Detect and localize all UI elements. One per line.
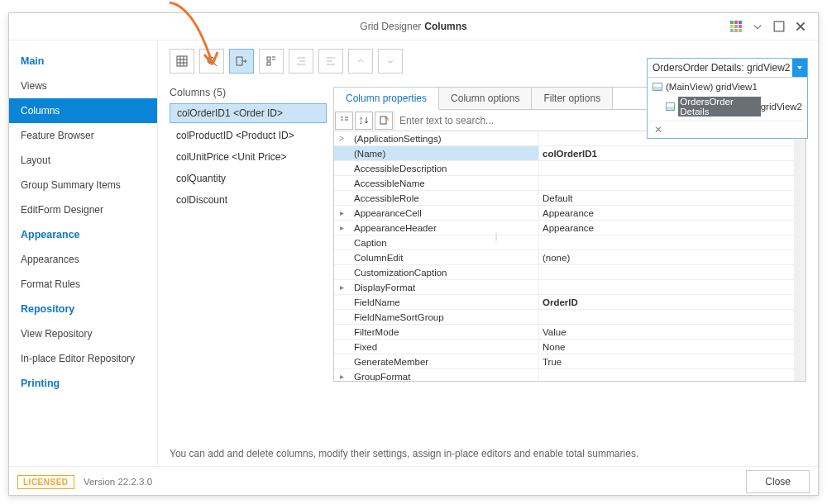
property-label: CustomizationCaption [334,265,539,279]
sidebar-section-main: Main [9,49,157,74]
property-value[interactable]: Appearance [539,206,794,220]
sidebar-item-layout[interactable]: Layout [9,148,157,173]
maximize-icon[interactable] [768,16,790,37]
property-label: GroupFormat▸ [334,369,539,381]
close-button[interactable]: Close [746,470,810,493]
property-value[interactable] [539,161,794,175]
column-item[interactable]: colQuantity [170,169,327,188]
sort-categorized-icon[interactable] [335,112,353,130]
help-text: You can add and delete columns, modify t… [170,448,638,459]
property-value[interactable]: None [539,340,794,354]
tool-down-icon[interactable] [378,49,403,74]
property-row[interactable]: (Name)colOrderID1 [334,146,794,161]
property-value[interactable]: OrderID [539,295,794,309]
sidebar-section-printing: Printing [9,371,157,396]
view-dropdown-close-icon[interactable]: ✕ [648,121,807,138]
close-icon[interactable] [790,16,811,37]
view-dropdown-list: (MainView) gridView1OrdersOrder Details … [648,77,807,121]
sidebar-item-views[interactable]: Views [9,74,157,98]
title-prefix: Grid Designer [360,21,421,32]
property-label: AppearanceCell▸ [334,206,539,220]
tool-retrieve-icon[interactable] [229,49,254,74]
view-dropdown-button[interactable] [792,59,807,77]
property-row[interactable]: ColumnEdit(none) [334,250,794,265]
property-label: GenerateMember [334,354,539,368]
view-dropdown-item[interactable]: (MainView) gridView1 [648,79,807,94]
property-label: AccessibleName [334,176,539,190]
property-row[interactable]: FilterModeValue [334,325,794,340]
property-value[interactable] [539,369,794,381]
property-row[interactable]: AppearanceCell▸Appearance [334,206,794,221]
property-row[interactable]: FixedNone [334,340,794,354]
property-label: Caption [334,235,539,250]
sidebar-item-format-rules[interactable]: Format Rules [9,272,157,297]
tool-outdent-icon[interactable] [318,49,343,74]
sidebar-item-in-place-editor-repository[interactable]: In-place Editor Repository [9,346,157,371]
property-row[interactable]: GenerateMemberTrue [334,354,794,369]
svg-rect-25 [380,116,386,124]
property-value[interactable] [539,280,794,294]
property-grid[interactable]: (ApplicationSettings)>(Name)colOrderID1A… [334,131,805,381]
sidebar-item-appearances[interactable]: Appearances [9,247,157,272]
tab-filter-options[interactable]: Filter options [532,88,613,109]
palette-chevron-icon[interactable] [747,16,768,37]
tool-up-icon[interactable] [348,49,373,74]
property-value[interactable] [539,235,794,250]
property-row[interactable]: AccessibleDescription [334,161,794,176]
property-value[interactable]: colOrderID1 [539,146,794,160]
property-value[interactable] [539,176,794,190]
property-value[interactable] [539,310,794,324]
palette-icon[interactable] [725,16,747,37]
sidebar-item-feature-browser[interactable]: Feature Browser [9,123,157,148]
property-label: Fixed [334,340,539,354]
expand-icon[interactable]: ▸ [337,223,346,232]
tool-search-icon[interactable] [199,49,224,74]
column-item[interactable]: colUnitPrice <Unit Price> [170,148,327,166]
property-value[interactable] [539,265,794,279]
expand-icon[interactable]: > [337,134,346,143]
sidebar-item-view-repository[interactable]: View Repository [9,321,157,346]
property-row[interactable]: AccessibleName [334,176,794,191]
property-value[interactable]: Appearance [539,221,794,235]
column-item[interactable]: colDiscount [170,191,327,209]
property-row[interactable]: GroupFormat▸ [334,369,794,381]
titlebar: Grid Designer Columns [9,13,818,40]
sidebar-item-columns[interactable]: Columns [9,98,157,123]
footer: LICENSED Version 22.2.3.0 Close [9,466,818,496]
splitter[interactable]: ⋮⋮⋮⋮ [493,234,498,283]
property-value[interactable]: Value [539,325,794,339]
tab-column-properties[interactable]: Column properties [334,88,439,110]
property-value[interactable]: Default [539,191,794,205]
view-dropdown-item[interactable]: OrdersOrder Details gridView2 [648,94,807,119]
sort-alpha-icon[interactable]: AZ [355,112,373,130]
property-value[interactable]: (none) [539,250,794,264]
designer-window: Grid Designer Columns MainViewsColumnsFe… [8,12,819,496]
sidebar-item-editform-designer[interactable]: EditForm Designer [9,197,157,222]
property-label: FieldName [334,295,539,309]
property-row[interactable]: Caption [334,235,794,250]
property-row[interactable]: CustomizationCaption [334,265,794,280]
svg-point-6 [208,57,214,64]
column-item[interactable]: colProductID <Product ID> [170,126,327,145]
column-item[interactable]: colOrderID1 <Order ID> [170,103,327,123]
tool-grid-icon[interactable] [170,49,194,74]
view-dropdown: OrdersOrder Details: gridView2 (MainView… [647,58,808,139]
property-row[interactable]: AppearanceHeader▸Appearance [334,221,794,235]
svg-text:Z: Z [360,120,362,125]
property-row[interactable]: FieldNameSortGroup [334,310,794,325]
property-row[interactable]: AccessibleRoleDefault [334,191,794,206]
expand-icon[interactable]: ▸ [337,372,346,381]
sidebar: MainViewsColumnsFeature BrowserLayoutGro… [9,40,158,466]
expand-icon[interactable]: ▸ [337,283,346,292]
tool-indent-icon[interactable] [289,49,313,74]
property-row[interactable]: FieldNameOrderID [334,295,794,310]
property-row[interactable]: DisplayFormat▸ [334,280,794,295]
expand-icon[interactable]: ▸ [337,208,346,217]
scrollbar-thumb[interactable] [795,133,805,232]
tool-insert-icon[interactable] [259,49,284,74]
tab-column-options[interactable]: Column options [439,88,532,109]
property-value[interactable]: True [539,354,794,368]
property-pages-icon[interactable] [375,112,393,130]
view-dropdown-selected[interactable]: OrdersOrder Details: gridView2 [648,59,792,77]
sidebar-item-group-summary-items[interactable]: Group Summary Items [9,173,157,197]
